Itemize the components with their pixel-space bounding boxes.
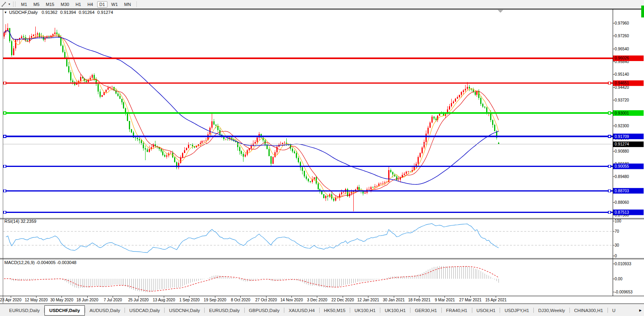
- svg-text:0.93720: 0.93720: [615, 98, 629, 102]
- timeframe-button-d1[interactable]: D1: [97, 1, 107, 8]
- symbol-dropdown-icon[interactable]: ▼: [4, 11, 7, 14]
- svg-text:0.010933: 0.010933: [615, 262, 631, 266]
- tab-xauusd-h4[interactable]: XAUUSD,H4: [284, 306, 319, 315]
- svg-text:0.87513: 0.87513: [615, 210, 629, 214]
- chart-title: ▼ USDCHF,Daily 0.91362 0.91394 0.91264 0…: [4, 10, 116, 15]
- crosshair-tool-icon[interactable]: ▼: [1, 1, 11, 8]
- svg-text:0.89480: 0.89480: [615, 174, 629, 179]
- svg-text:0.90880: 0.90880: [615, 149, 629, 153]
- tab-uk100-h1[interactable]: UK100,H1: [350, 306, 380, 315]
- hline-0.87513[interactable]: [3, 211, 613, 214]
- svg-text:0.96540: 0.96540: [615, 47, 629, 51]
- macd-indicator-label: MACD(12,26,9) -0.004005 -0.003048: [4, 260, 77, 265]
- timeframe-button-h1[interactable]: H1: [73, 1, 83, 8]
- svg-text:0.96026: 0.96026: [615, 56, 629, 60]
- timeframe-button-m30[interactable]: M30: [58, 1, 71, 8]
- chart-title-symbol: USDCHF,Daily: [9, 10, 38, 15]
- svg-text:8 Oct 2020: 8 Oct 2020: [231, 298, 250, 302]
- tab-usdcnh-daily[interactable]: USDCNH,Daily: [165, 306, 204, 315]
- tab-eurusd-daily[interactable]: EURUSD,Daily: [5, 306, 44, 315]
- tab-ger30-h1[interactable]: GER30,H1: [410, 306, 441, 315]
- svg-text:19 Sep 2020: 19 Sep 2020: [204, 298, 226, 302]
- svg-text:27 Mar 2021: 27 Mar 2021: [459, 298, 482, 302]
- ma-slow-line: [4, 30, 498, 184]
- timeframe-button-m15[interactable]: M15: [44, 1, 57, 8]
- svg-text:14 Nov 2020: 14 Nov 2020: [280, 298, 303, 302]
- svg-text:23 Apr 2020: 23 Apr 2020: [0, 298, 21, 302]
- chart-canvas[interactable]: 0.979600.972600.965400.958400.951400.944…: [0, 0, 644, 316]
- tab-dj30-weekly[interactable]: DJ30,Weekly: [534, 306, 569, 315]
- tab-audusd-daily[interactable]: AUDUSD,Daily: [85, 306, 125, 315]
- svg-text:0: 0: [615, 254, 617, 258]
- chevron-down-icon[interactable]: ▼: [8, 3, 11, 6]
- svg-text:1 Sep 2020: 1 Sep 2020: [179, 298, 200, 302]
- price-label-0.93001: 0.93001: [613, 110, 644, 116]
- tab-usoil-h1[interactable]: USOil,H1: [472, 306, 500, 315]
- timeframe-button-w1[interactable]: W1: [109, 1, 121, 8]
- price-label-0.96026: 0.96026: [613, 56, 644, 61]
- svg-text:0.97960: 0.97960: [615, 21, 629, 25]
- svg-text:18 Feb 2021: 18 Feb 2021: [408, 298, 431, 302]
- svg-text:0.91274: 0.91274: [615, 142, 629, 146]
- tab-usdcad-daily[interactable]: USDCAD,Daily: [125, 306, 164, 315]
- panel-borders: [0, 9, 644, 304]
- toolbar-grip[interactable]: [13, 2, 15, 7]
- svg-text:15 Apr 2021: 15 Apr 2021: [485, 298, 507, 302]
- crosshair-tool-glyph: [1, 1, 7, 8]
- svg-text:12 Jan 2021: 12 Jan 2021: [357, 298, 379, 302]
- rsi-level-lines: [3, 231, 613, 245]
- svg-text:100: 100: [615, 219, 621, 223]
- price-label-0.88703: 0.88703: [613, 188, 644, 193]
- hline-0.91709[interactable]: [3, 135, 613, 138]
- ohlc-high: 0.91394: [60, 10, 76, 15]
- tab-eurusd-daily[interactable]: EURUSD,Daily: [205, 306, 244, 315]
- svg-text:12 May 2020: 12 May 2020: [25, 298, 48, 302]
- tab-usdchf-daily[interactable]: USDCHF,Daily: [44, 305, 84, 316]
- svg-text:70: 70: [615, 229, 619, 234]
- price-axis-ticks: 0.979600.972600.965400.958400.951400.944…: [613, 21, 629, 217]
- hline-0.93001[interactable]: [3, 112, 613, 114]
- svg-text:0.91709: 0.91709: [615, 134, 629, 139]
- timeframe-button-h4[interactable]: H4: [85, 1, 95, 8]
- svg-text:-0.009653: -0.009653: [615, 290, 632, 294]
- svg-text:18 Jun 2020: 18 Jun 2020: [77, 298, 98, 302]
- timeframe-button-m1[interactable]: M1: [19, 1, 29, 8]
- timeframe-button-m5[interactable]: M5: [31, 1, 42, 8]
- svg-text:0.88703: 0.88703: [615, 189, 629, 193]
- tab-uk100-h1[interactable]: UK100,H1: [380, 306, 410, 315]
- svg-text:0.95140: 0.95140: [615, 72, 629, 77]
- hline-0.90055[interactable]: [3, 165, 613, 168]
- price-label-0.91709: 0.91709: [613, 134, 644, 139]
- timeframe-toolbar: M1M5M15M30H1H4D1W1MN: [18, 1, 134, 8]
- svg-text:0.88060: 0.88060: [615, 200, 629, 205]
- tab-partial[interactable]: U: [608, 306, 620, 315]
- tab-gbpusd-daily[interactable]: GBPUSD,Daily: [245, 306, 284, 315]
- timeframe-button-mn[interactable]: MN: [122, 1, 133, 8]
- svg-text:9 Mar 2021: 9 Mar 2021: [435, 298, 455, 302]
- ohlc-low: 0.91264: [79, 10, 95, 15]
- price-label-0.94651: 0.94651: [613, 80, 644, 86]
- macd-axis-labels: 0.0109330.00-0.009653: [613, 262, 632, 295]
- rsi-line: [6, 224, 499, 253]
- chart-tab-bar: EURUSD,DailyUSDCHF,DailyAUDUSD,DailyUSDC…: [0, 304, 644, 316]
- svg-text:13 Aug 2020: 13 Aug 2020: [153, 298, 175, 302]
- scrollbar-fragment: [641, 6, 644, 17]
- tab-usdjpy-h1[interactable]: USDJPY,H1: [500, 306, 533, 315]
- current-price-label: 0.91274: [613, 142, 644, 147]
- tab-hk50-m15[interactable]: HK50,M15: [320, 306, 350, 315]
- svg-text:30: 30: [615, 243, 619, 247]
- svg-text:0.93001: 0.93001: [615, 111, 629, 115]
- tab-china300-h1[interactable]: CHINA300,H1: [570, 306, 608, 315]
- chart-shift-marker[interactable]: [498, 10, 503, 13]
- tab-scroll-right-icon[interactable]: ►: [638, 308, 642, 312]
- svg-text:7 Jul 2020: 7 Jul 2020: [104, 298, 123, 302]
- date-axis-labels: 23 Apr 202012 May 202030 May 202018 Jun …: [0, 296, 507, 302]
- hline-0.94651[interactable]: [3, 82, 613, 84]
- svg-text:0.90055: 0.90055: [615, 164, 629, 169]
- svg-text:25 Jul 2020: 25 Jul 2020: [128, 298, 149, 302]
- svg-text:30 May 2020: 30 May 2020: [50, 298, 73, 302]
- macd-histogram: [4, 266, 498, 292]
- tab-fra40-h1[interactable]: FRA40,H1: [442, 306, 472, 315]
- svg-text:0.97260: 0.97260: [615, 34, 629, 38]
- hline-0.88703[interactable]: [3, 190, 613, 192]
